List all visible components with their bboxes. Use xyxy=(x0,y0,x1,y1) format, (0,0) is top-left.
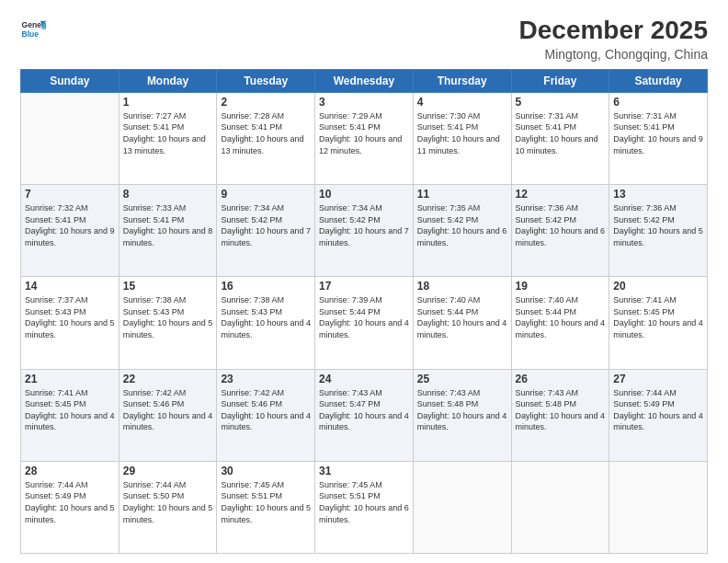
table-row: 29Sunrise: 7:44 AM Sunset: 5:50 PM Dayli… xyxy=(119,461,217,553)
table-row: 14Sunrise: 7:37 AM Sunset: 5:43 PM Dayli… xyxy=(21,277,119,369)
location: Mingtong, Chongqing, China xyxy=(519,47,708,62)
table-row xyxy=(609,461,708,553)
day-info: Sunrise: 7:27 AM Sunset: 5:41 PM Dayligh… xyxy=(123,110,213,156)
day-info: Sunrise: 7:41 AM Sunset: 5:45 PM Dayligh… xyxy=(25,387,115,433)
day-info: Sunrise: 7:38 AM Sunset: 5:43 PM Dayligh… xyxy=(123,294,213,340)
table-row: 30Sunrise: 7:45 AM Sunset: 5:51 PM Dayli… xyxy=(217,461,315,553)
table-row: 7Sunrise: 7:32 AM Sunset: 5:41 PM Daylig… xyxy=(21,185,119,277)
day-info: Sunrise: 7:31 AM Sunset: 5:41 PM Dayligh… xyxy=(516,110,606,156)
table-row: 26Sunrise: 7:43 AM Sunset: 5:48 PM Dayli… xyxy=(511,369,609,461)
table-row xyxy=(511,461,609,553)
day-info: Sunrise: 7:42 AM Sunset: 5:46 PM Dayligh… xyxy=(221,387,311,433)
table-row: 2Sunrise: 7:28 AM Sunset: 5:41 PM Daylig… xyxy=(217,92,315,184)
table-row: 5Sunrise: 7:31 AM Sunset: 5:41 PM Daylig… xyxy=(511,92,609,184)
day-info: Sunrise: 7:36 AM Sunset: 5:42 PM Dayligh… xyxy=(516,202,606,248)
day-number: 10 xyxy=(319,188,409,201)
table-row: 20Sunrise: 7:41 AM Sunset: 5:45 PM Dayli… xyxy=(609,277,708,369)
day-number: 15 xyxy=(123,280,213,293)
day-info: Sunrise: 7:29 AM Sunset: 5:41 PM Dayligh… xyxy=(319,110,409,156)
table-row: 19Sunrise: 7:40 AM Sunset: 5:44 PM Dayli… xyxy=(511,277,609,369)
col-sunday: Sunday xyxy=(21,69,119,92)
day-info: Sunrise: 7:44 AM Sunset: 5:49 PM Dayligh… xyxy=(25,479,115,525)
day-number: 12 xyxy=(516,188,606,201)
day-info: Sunrise: 7:40 AM Sunset: 5:44 PM Dayligh… xyxy=(417,294,507,340)
day-number: 17 xyxy=(319,280,409,293)
day-info: Sunrise: 7:35 AM Sunset: 5:42 PM Dayligh… xyxy=(417,202,507,248)
day-number: 6 xyxy=(613,96,703,109)
calendar-week-row: 28Sunrise: 7:44 AM Sunset: 5:49 PM Dayli… xyxy=(21,461,708,553)
table-row: 12Sunrise: 7:36 AM Sunset: 5:42 PM Dayli… xyxy=(511,185,609,277)
day-number: 28 xyxy=(25,465,115,477)
day-number: 7 xyxy=(25,188,115,201)
calendar-week-row: 14Sunrise: 7:37 AM Sunset: 5:43 PM Dayli… xyxy=(21,277,708,369)
col-monday: Monday xyxy=(119,69,217,92)
day-number: 18 xyxy=(417,280,507,293)
day-info: Sunrise: 7:31 AM Sunset: 5:41 PM Dayligh… xyxy=(613,110,703,156)
day-info: Sunrise: 7:44 AM Sunset: 5:49 PM Dayligh… xyxy=(613,387,703,433)
day-info: Sunrise: 7:32 AM Sunset: 5:41 PM Dayligh… xyxy=(25,202,115,248)
day-number: 26 xyxy=(516,373,606,385)
table-row: 11Sunrise: 7:35 AM Sunset: 5:42 PM Dayli… xyxy=(413,185,511,277)
table-row: 25Sunrise: 7:43 AM Sunset: 5:48 PM Dayli… xyxy=(413,369,511,461)
day-number: 11 xyxy=(417,188,507,201)
day-number: 19 xyxy=(516,280,606,293)
table-row: 28Sunrise: 7:44 AM Sunset: 5:49 PM Dayli… xyxy=(21,461,119,553)
day-info: Sunrise: 7:37 AM Sunset: 5:43 PM Dayligh… xyxy=(25,294,115,340)
svg-marker-3 xyxy=(41,24,46,29)
day-number: 9 xyxy=(221,188,311,201)
table-row: 22Sunrise: 7:42 AM Sunset: 5:46 PM Dayli… xyxy=(119,369,217,461)
table-row: 17Sunrise: 7:39 AM Sunset: 5:44 PM Dayli… xyxy=(315,277,414,369)
day-number: 25 xyxy=(417,373,507,385)
table-row xyxy=(21,92,119,184)
day-number: 29 xyxy=(123,465,213,477)
day-number: 14 xyxy=(25,280,115,293)
col-saturday: Saturday xyxy=(609,69,708,92)
table-row: 15Sunrise: 7:38 AM Sunset: 5:43 PM Dayli… xyxy=(119,277,217,369)
day-info: Sunrise: 7:42 AM Sunset: 5:46 PM Dayligh… xyxy=(123,387,213,433)
table-row: 1Sunrise: 7:27 AM Sunset: 5:41 PM Daylig… xyxy=(119,92,217,184)
day-number: 22 xyxy=(123,373,213,385)
day-info: Sunrise: 7:45 AM Sunset: 5:51 PM Dayligh… xyxy=(319,479,409,525)
day-number: 5 xyxy=(516,96,606,109)
col-wednesday: Wednesday xyxy=(315,69,414,92)
svg-text:Blue: Blue xyxy=(22,29,40,39)
day-number: 23 xyxy=(221,373,311,385)
calendar-header-row: Sunday Monday Tuesday Wednesday Thursday… xyxy=(21,69,708,92)
logo-icon: General Blue xyxy=(20,17,46,42)
day-info: Sunrise: 7:33 AM Sunset: 5:41 PM Dayligh… xyxy=(123,202,213,248)
day-info: Sunrise: 7:41 AM Sunset: 5:45 PM Dayligh… xyxy=(613,294,703,340)
day-number: 2 xyxy=(221,96,311,109)
calendar-table: Sunday Monday Tuesday Wednesday Thursday… xyxy=(20,69,708,554)
day-number: 8 xyxy=(123,188,213,201)
table-row: 23Sunrise: 7:42 AM Sunset: 5:46 PM Dayli… xyxy=(217,369,315,461)
day-info: Sunrise: 7:38 AM Sunset: 5:43 PM Dayligh… xyxy=(221,294,311,340)
calendar-week-row: 21Sunrise: 7:41 AM Sunset: 5:45 PM Dayli… xyxy=(21,369,708,461)
logo: General Blue xyxy=(20,17,46,42)
table-row: 9Sunrise: 7:34 AM Sunset: 5:42 PM Daylig… xyxy=(217,185,315,277)
day-number: 21 xyxy=(25,373,115,385)
day-number: 24 xyxy=(319,373,409,385)
month-title: December 2025 xyxy=(519,17,708,45)
day-info: Sunrise: 7:43 AM Sunset: 5:48 PM Dayligh… xyxy=(417,387,507,433)
calendar-week-row: 7Sunrise: 7:32 AM Sunset: 5:41 PM Daylig… xyxy=(21,185,708,277)
day-info: Sunrise: 7:36 AM Sunset: 5:42 PM Dayligh… xyxy=(613,202,703,248)
day-info: Sunrise: 7:44 AM Sunset: 5:50 PM Dayligh… xyxy=(123,479,213,525)
day-info: Sunrise: 7:43 AM Sunset: 5:48 PM Dayligh… xyxy=(516,387,606,433)
day-info: Sunrise: 7:45 AM Sunset: 5:51 PM Dayligh… xyxy=(221,479,311,525)
day-number: 31 xyxy=(319,465,409,477)
table-row: 8Sunrise: 7:33 AM Sunset: 5:41 PM Daylig… xyxy=(119,185,217,277)
table-row: 31Sunrise: 7:45 AM Sunset: 5:51 PM Dayli… xyxy=(315,461,414,553)
table-row: 4Sunrise: 7:30 AM Sunset: 5:41 PM Daylig… xyxy=(413,92,511,184)
page: General Blue December 2025 Mingtong, Cho… xyxy=(0,0,728,563)
day-number: 30 xyxy=(221,465,311,477)
day-number: 27 xyxy=(613,373,703,385)
table-row: 21Sunrise: 7:41 AM Sunset: 5:45 PM Dayli… xyxy=(21,369,119,461)
day-number: 1 xyxy=(123,96,213,109)
table-row: 13Sunrise: 7:36 AM Sunset: 5:42 PM Dayli… xyxy=(609,185,708,277)
table-row: 3Sunrise: 7:29 AM Sunset: 5:41 PM Daylig… xyxy=(315,92,414,184)
day-info: Sunrise: 7:30 AM Sunset: 5:41 PM Dayligh… xyxy=(417,110,507,156)
col-friday: Friday xyxy=(511,69,609,92)
col-tuesday: Tuesday xyxy=(217,69,315,92)
day-info: Sunrise: 7:34 AM Sunset: 5:42 PM Dayligh… xyxy=(319,202,409,248)
day-number: 20 xyxy=(613,280,703,293)
